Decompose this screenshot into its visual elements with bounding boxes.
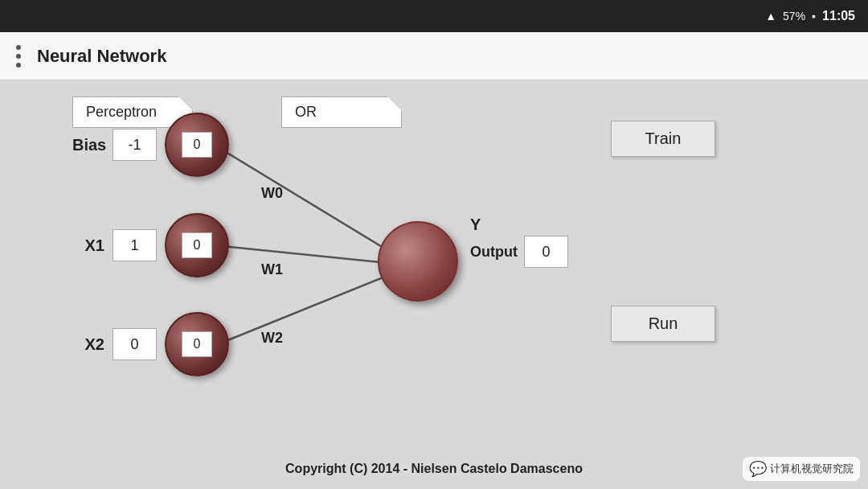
x2-weight-display: 0 (182, 331, 212, 357)
x2-label: X2 (72, 335, 104, 354)
wechat-icon: 💬 (749, 460, 767, 478)
x1-weight-display: 0 (182, 232, 212, 258)
bias-neuron: 0 (165, 113, 229, 177)
battery-percent: 57% (783, 10, 805, 23)
w1-label: W1 (261, 261, 283, 278)
copyright-text: Copyright (C) 2014 - Nielsen Castelo Dam… (285, 462, 583, 476)
signal-icon: ▲ (765, 10, 776, 23)
output-value-input (524, 236, 568, 268)
x2-neuron: 0 (165, 312, 229, 376)
bias-row: Bias 0 (72, 113, 229, 177)
y-label: Y (470, 216, 481, 234)
x1-neuron: 0 (165, 213, 229, 277)
app-bar: Neural Network (0, 32, 868, 80)
bias-input[interactable] (113, 129, 157, 161)
x2-input[interactable] (113, 328, 157, 360)
status-bar: ▲ 57% ▪ 11:05 (0, 0, 868, 32)
logic-gate-selector[interactable]: OR (281, 97, 402, 128)
output-neuron (378, 221, 458, 302)
app-title: Neural Network (37, 46, 166, 67)
main-content: Perceptron OR Train Run Bias 0 W0 X1 (0, 80, 868, 489)
train-button-container: Train (611, 121, 715, 157)
w2-label: W2 (261, 330, 283, 347)
diagram-container: Perceptron OR Train Run Bias 0 W0 X1 (24, 97, 844, 394)
w0-label: W0 (261, 185, 283, 202)
bias-weight-display: 0 (182, 132, 212, 158)
output-label: Output (470, 244, 518, 261)
x1-input[interactable] (113, 229, 157, 261)
run-button[interactable]: Run (611, 306, 715, 342)
x1-row: X1 0 (72, 213, 229, 277)
run-button-container: Run (611, 306, 715, 342)
clock: 11:05 (822, 9, 855, 23)
watermark: 💬 计算机视觉研究院 (743, 457, 860, 481)
train-button[interactable]: Train (611, 121, 715, 157)
x2-row: X2 0 (72, 312, 229, 376)
menu-button[interactable] (16, 45, 21, 68)
output-display: Y Output (470, 216, 568, 268)
bias-label: Bias (72, 136, 104, 154)
x1-label: X1 (72, 236, 104, 255)
battery-icon: ▪ (812, 10, 816, 23)
